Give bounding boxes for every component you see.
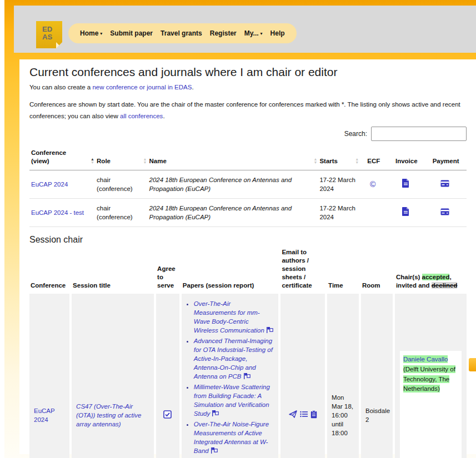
col-header-time: Time bbox=[327, 246, 359, 294]
session-chair-table: Conference Session title Agree to serve … bbox=[27, 246, 469, 458]
col-header-chairs: Chair(s) accepted, invited and declined bbox=[395, 246, 467, 294]
starts-cell: 17-22 March 2024 bbox=[318, 170, 359, 199]
edas-logo-line1: ED bbox=[42, 26, 62, 33]
session-sheets-list-icon[interactable] bbox=[300, 411, 308, 420]
payment-card-icon[interactable] bbox=[440, 208, 449, 218]
certificate-clipboard-icon[interactable] bbox=[310, 410, 317, 421]
col-header-ecf: ECF bbox=[359, 147, 388, 170]
invoice-document-icon[interactable] bbox=[402, 207, 409, 218]
search-input[interactable] bbox=[371, 127, 467, 141]
table-row: EuCAP 2024 chair (conference) 2024 18th … bbox=[29, 170, 467, 199]
copyright-circle-icon[interactable]: © bbox=[370, 180, 375, 189]
col-header-payment: Payment bbox=[425, 147, 467, 170]
nav-item-my[interactable]: My...▾ bbox=[244, 29, 263, 37]
invoice-document-icon[interactable] bbox=[402, 179, 409, 190]
chair-entry: Daniele Cavallo (Delft University of Tec… bbox=[403, 355, 455, 392]
conference-info-line: Conferences are shown by start date. You… bbox=[29, 99, 467, 122]
col-header-starts[interactable]: Starts ▲▼ bbox=[318, 147, 359, 170]
col-header-conference[interactable]: Conference (view) ▲▼ bbox=[29, 147, 95, 170]
sort-arrows-icon: ▲▼ bbox=[355, 158, 359, 164]
col-header-conference: Conference bbox=[29, 246, 69, 294]
nav-item-home[interactable]: Home▾ bbox=[80, 29, 102, 37]
session-table-header-row: Conference Session title Agree to serve … bbox=[29, 246, 467, 294]
col-header-session-title: Session title bbox=[72, 246, 154, 294]
conference-link[interactable]: EuCAP 2024 - test bbox=[31, 209, 84, 216]
send-email-icon[interactable] bbox=[289, 410, 297, 420]
session-room-cell: Boisdale 2 bbox=[361, 294, 393, 458]
list-item: Advanced Thermal-Imaging for OTA Industr… bbox=[194, 336, 274, 381]
conference-table: Conference (view) ▲▼ Role ▲▼ Name ▲▼ Sta… bbox=[29, 147, 467, 227]
chair-list-box: Daniele Cavallo (Delft University of Tec… bbox=[400, 351, 462, 458]
paper-link[interactable]: Over-The-Air Noise-Figure Measurements o… bbox=[194, 421, 269, 454]
role-cell: chair (conference) bbox=[95, 199, 147, 227]
col-header-name[interactable]: Name ▲▼ bbox=[147, 147, 318, 170]
declined-legend: declined bbox=[432, 282, 458, 289]
conference-name-cell: 2024 18th European Conference on Antenna… bbox=[147, 199, 318, 227]
payment-card-icon[interactable] bbox=[440, 180, 449, 189]
list-item: Millimeter-Wave Scattering from Building… bbox=[194, 382, 274, 418]
paper-link[interactable]: Over-The-Air Measurements for mm-Wave Bo… bbox=[194, 300, 264, 334]
session-chair-heading: Session chair bbox=[29, 235, 467, 245]
session-title-link[interactable]: CS47 (Over-The-Air (OTA)) testing of act… bbox=[76, 403, 141, 427]
caret-down-icon: ▾ bbox=[260, 31, 263, 36]
nav-item-travel-grants[interactable]: Travel grants bbox=[161, 29, 202, 37]
all-conferences-link[interactable]: all conferences bbox=[120, 113, 163, 119]
create-conference-line: You can also create a new conference or … bbox=[29, 84, 467, 90]
col-header-role[interactable]: Role ▲▼ bbox=[95, 147, 147, 170]
col-header-room: Room bbox=[361, 246, 393, 294]
content-panel: Current conferences and journals where I… bbox=[19, 59, 476, 454]
search-label: Search: bbox=[344, 130, 367, 138]
session-time-cell: Mon Mar 18, 16:00 until 18:00 bbox=[327, 294, 359, 458]
role-cell: chair (conference) bbox=[95, 170, 147, 199]
session-actions bbox=[285, 410, 320, 421]
session-report-icon[interactable] bbox=[266, 328, 273, 334]
col-header-agree-to-serve: Agree to serve bbox=[156, 246, 179, 294]
checked-checkbox-icon[interactable] bbox=[163, 410, 172, 421]
papers-list: Over-The-Air Measurements for mm-Wave Bo… bbox=[186, 299, 274, 458]
starts-cell: 17-22 March 2024 bbox=[318, 199, 359, 227]
session-report-icon[interactable] bbox=[212, 411, 219, 417]
col-header-invoice: Invoice bbox=[388, 147, 425, 170]
top-header-bar: ED AS Home▾ Submit paper Travel grants R… bbox=[14, 6, 476, 53]
sort-arrows-icon: ▲▼ bbox=[313, 158, 317, 164]
sort-arrows-icon: ▲▼ bbox=[91, 158, 94, 164]
side-tab bbox=[469, 358, 476, 371]
conference-name-cell: 2024 18th European Conference on Antenna… bbox=[147, 170, 318, 199]
session-row: EuCAP 2024 CS47 (Over-The-Air (OTA)) tes… bbox=[29, 294, 467, 458]
nav-item-register[interactable]: Register bbox=[210, 29, 237, 37]
conference-table-header-row: Conference (view) ▲▼ Role ▲▼ Name ▲▼ Sta… bbox=[29, 147, 467, 170]
sort-arrows-icon: ▲▼ bbox=[143, 158, 147, 164]
page-title: Current conferences and journals where I… bbox=[29, 66, 467, 79]
session-report-icon[interactable] bbox=[211, 448, 218, 455]
nav-item-submit-paper[interactable]: Submit paper bbox=[110, 29, 153, 37]
new-conference-link[interactable]: new conference or journal in EDAS bbox=[92, 84, 192, 90]
paper-link[interactable]: Advanced Thermal-Imaging for OTA Industr… bbox=[194, 338, 273, 380]
session-report-icon[interactable] bbox=[243, 374, 250, 380]
paper-link[interactable]: Millimeter-Wave Scattering from Building… bbox=[194, 384, 270, 417]
edas-logo[interactable]: ED AS bbox=[36, 21, 62, 48]
list-item: Over-The-Air Measurements for mm-Wave Bo… bbox=[194, 299, 274, 335]
col-header-papers: Papers (session report) bbox=[182, 246, 279, 294]
table-search: Search: bbox=[29, 127, 467, 141]
session-conference-link[interactable]: EuCAP 2024 bbox=[34, 407, 55, 423]
nav-item-help[interactable]: Help bbox=[270, 29, 285, 37]
chair-affiliation: (Delft University of Technology, The Net… bbox=[403, 366, 455, 392]
edas-logo-line2: AS bbox=[42, 33, 62, 41]
main-nav: Home▾ Submit paper Travel grants Registe… bbox=[68, 23, 297, 43]
list-item: Over-The-Air Noise-Figure Measurements o… bbox=[194, 420, 274, 455]
accepted-legend: accepted bbox=[422, 274, 450, 280]
col-header-email: Email to authors / session sheets / cert… bbox=[280, 246, 325, 294]
chair-name-link[interactable]: Daniele Cavallo bbox=[403, 356, 448, 363]
caret-down-icon: ▾ bbox=[100, 31, 102, 36]
conference-link[interactable]: EuCAP 2024 bbox=[31, 181, 68, 188]
table-row: EuCAP 2024 - test chair (conference) 202… bbox=[29, 199, 467, 227]
